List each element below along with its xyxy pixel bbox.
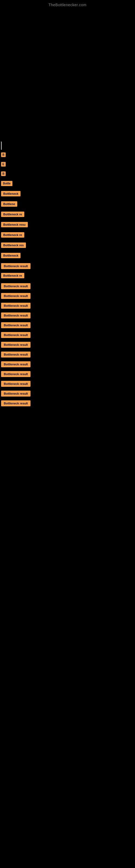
bottleneck-result-badge[interactable]: Bottleneck result (1, 400, 31, 406)
bottleneck-result-badge[interactable]: Bottleneck (1, 191, 20, 196)
result-item: B (1, 152, 135, 158)
result-item: Bottleneck result (1, 283, 135, 289)
result-item: B (1, 172, 135, 177)
site-title: TheBottlenecker.com (0, 0, 135, 9)
bottleneck-result-badge[interactable]: Bottleneck re (1, 273, 24, 278)
bottleneck-result-badge[interactable]: Bottleneck result (1, 351, 31, 358)
bottleneck-result-badge[interactable]: Bottleneck result (1, 332, 31, 338)
top-black-area (0, 9, 135, 139)
result-item: Bottleneck res (1, 243, 135, 249)
bottleneck-result-badge[interactable]: E (1, 162, 6, 166)
bottleneck-result-badge[interactable]: Bottlene (1, 201, 17, 207)
result-item: Bottleneck result (1, 381, 135, 387)
result-item: Bottleneck resu (1, 222, 135, 228)
bottleneck-result-badge[interactable]: B (1, 172, 6, 176)
result-item: Bottleneck re (1, 232, 135, 239)
result-item: Bottleneck result (1, 332, 135, 338)
bottleneck-result-badge[interactable]: Bottleneck (1, 253, 20, 258)
result-item: Bottleneck re (1, 273, 135, 279)
bottleneck-result-badge[interactable]: Bottleneck result (1, 391, 31, 397)
result-item: E (1, 162, 135, 167)
result-item: Bottle (1, 181, 135, 187)
bottleneck-result-badge[interactable]: Bottleneck result (1, 263, 31, 269)
result-item: Bottleneck result (1, 371, 135, 377)
result-item: Bottleneck result (1, 303, 135, 309)
bottleneck-result-badge[interactable]: Bottleneck result (1, 361, 31, 367)
result-item: Bottleneck result (1, 342, 135, 348)
result-items-container: BEBBottleBottleneckBottleneBottleneck re… (0, 152, 135, 421)
bottleneck-result-badge[interactable]: Bottleneck result (1, 293, 31, 299)
bottleneck-result-badge[interactable]: Bottleneck re (1, 232, 24, 238)
result-item: Bottleneck result (1, 400, 135, 406)
result-item: Bottleneck result (1, 263, 135, 269)
bottleneck-result-badge[interactable]: Bottleneck result (1, 371, 31, 377)
bottleneck-result-badge[interactable]: Bottle (1, 181, 12, 186)
result-item: Bottleneck (1, 191, 135, 197)
divider-line (1, 142, 2, 150)
bottleneck-result-badge[interactable]: Bottleneck result (1, 342, 31, 348)
result-item: Bottleneck result (1, 351, 135, 358)
result-item: Bottleneck result (1, 312, 135, 318)
bottleneck-result-badge[interactable]: Bottleneck re (1, 212, 24, 217)
bottleneck-result-badge[interactable]: Bottleneck result (1, 303, 31, 309)
bottleneck-result-badge[interactable]: Bottleneck result (1, 322, 31, 328)
result-item: Bottleneck result (1, 391, 135, 397)
result-item: Bottleneck result (1, 293, 135, 299)
bottleneck-result-badge[interactable]: B (1, 152, 6, 157)
result-item: Bottleneck (1, 253, 135, 259)
result-item: Bottleneck result (1, 361, 135, 367)
result-item: Bottlene (1, 201, 135, 208)
bottleneck-result-badge[interactable]: Bottleneck res (1, 243, 26, 248)
bottleneck-result-badge[interactable]: Bottleneck result (1, 381, 31, 387)
bottleneck-result-badge[interactable]: Bottleneck resu (1, 222, 28, 227)
bottleneck-result-badge[interactable]: Bottleneck result (1, 283, 31, 289)
result-item: Bottleneck result (1, 322, 135, 328)
result-item: Bottleneck re (1, 212, 135, 218)
bottleneck-result-badge[interactable]: Bottleneck result (1, 312, 31, 318)
